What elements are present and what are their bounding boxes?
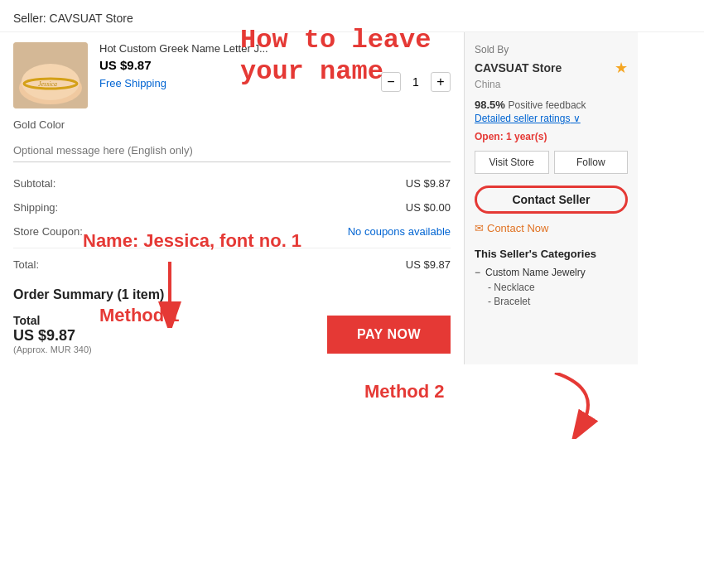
- category-sub2: - Bracelet: [475, 296, 628, 307]
- open-duration: 1 year(s): [506, 131, 547, 142]
- product-image: Jessica: [13, 42, 88, 108]
- categories-section: This Seller's Categories − Custom Name J…: [475, 248, 628, 307]
- order-summary: Order Summary (1 item) Total US $9.87 (A…: [13, 287, 451, 354]
- seller-name-row: CAVSUAT Store ★: [475, 59, 628, 77]
- follow-button[interactable]: Follow: [554, 151, 629, 174]
- total-row: Total: US $9.87: [13, 255, 451, 274]
- open-label: Open: 1 year(s): [475, 131, 628, 142]
- order-summary-title: Order Summary (1 item): [13, 287, 451, 302]
- coupon-row: Store Coupon: No coupons available: [13, 222, 451, 241]
- contact-now-link[interactable]: ✉ Contact Now: [475, 219, 628, 238]
- quantity-value: 1: [407, 75, 424, 89]
- total-left: Total US $9.87 (Approx. MUR 340): [13, 314, 92, 354]
- coupon-link[interactable]: No coupons available: [348, 225, 451, 238]
- total-section: Total US $9.87 (Approx. MUR 340) PAY NOW: [13, 314, 451, 354]
- seller-header: Seller: CAVSUAT Store: [0, 0, 704, 32]
- seller-header-text: Seller: CAVSUAT Store: [13, 12, 133, 25]
- subtotal-label: Subtotal:: [13, 177, 55, 190]
- main-content: Jessica Hot Custom Greek Name Letter J..…: [0, 32, 704, 364]
- price-divider: [13, 248, 451, 248]
- quantity-controls: − 1 +: [381, 72, 451, 92]
- product-color-option: Gold Color: [13, 118, 451, 131]
- category-sub1: - Necklace: [475, 282, 628, 293]
- free-shipping-label: Free Shipping: [99, 77, 381, 89]
- product-title: Hot Custom Greek Name Letter J...: [99, 42, 381, 55]
- contact-seller-section: Contact Seller ✉ Contact Now: [475, 186, 628, 238]
- category-minus-icon: −: [475, 267, 480, 278]
- feedback-label: Positive feedback: [509, 99, 586, 111]
- left-column: Jessica Hot Custom Greek Name Letter J..…: [0, 32, 464, 364]
- total-section-label: Total: [13, 314, 92, 327]
- seller-country: China: [475, 79, 628, 90]
- envelope-icon: ✉: [475, 222, 484, 234]
- seller-panel: Sold By CAVSUAT Store ★ China 98.5% Posi…: [464, 32, 638, 364]
- contact-seller-title: Contact Seller: [475, 186, 628, 214]
- shipping-row: Shipping: US $0.00: [13, 198, 451, 217]
- total-label: Total:: [13, 258, 39, 271]
- seller-badge-icon: ★: [615, 59, 628, 77]
- product-details: Hot Custom Greek Name Letter J... US $9.…: [99, 42, 381, 89]
- svg-text:Jessica: Jessica: [38, 80, 57, 88]
- category-main-label: Custom Name Jewelry: [485, 267, 586, 278]
- visit-store-button[interactable]: Visit Store: [475, 151, 549, 174]
- arrow-to-contact: [547, 373, 613, 439]
- quantity-increase-button[interactable]: +: [431, 72, 451, 92]
- shipping-label: Shipping:: [13, 201, 58, 214]
- total-section-price: US $9.87: [13, 327, 92, 345]
- page-wrapper: Seller: CAVSUAT Store Jessica: [0, 0, 704, 588]
- sold-by-label: Sold By: [475, 44, 628, 55]
- product-price: US $9.87: [99, 58, 381, 72]
- feedback-score: 98.5%: [475, 99, 505, 111]
- product-row: Jessica Hot Custom Greek Name Letter J..…: [13, 42, 451, 108]
- shipping-value: US $0.00: [406, 201, 451, 214]
- seller-actions: Visit Store Follow: [475, 151, 628, 174]
- feedback-section: 98.5% Positive feedback Detailed seller …: [475, 99, 628, 124]
- subtotal-value: US $9.87: [406, 177, 451, 190]
- quantity-decrease-button[interactable]: −: [381, 72, 401, 92]
- approx-label: (Approx. MUR 340): [13, 345, 92, 354]
- pay-now-button[interactable]: PAY NOW: [327, 316, 451, 354]
- category-main-item: − Custom Name Jewelry: [475, 267, 628, 278]
- method2-label: Method 2: [364, 381, 445, 402]
- contact-now-text: Contact Now: [487, 222, 548, 234]
- optional-message-input[interactable]: [13, 139, 451, 162]
- categories-title: This Seller's Categories: [475, 248, 628, 260]
- coupon-label: Store Coupon:: [13, 225, 83, 238]
- subtotal-row: Subtotal: US $9.87: [13, 174, 451, 193]
- total-value: US $9.87: [406, 258, 451, 271]
- seller-name: CAVSUAT Store: [475, 61, 562, 75]
- feedback-details-link[interactable]: Detailed seller ratings ∨: [475, 113, 628, 124]
